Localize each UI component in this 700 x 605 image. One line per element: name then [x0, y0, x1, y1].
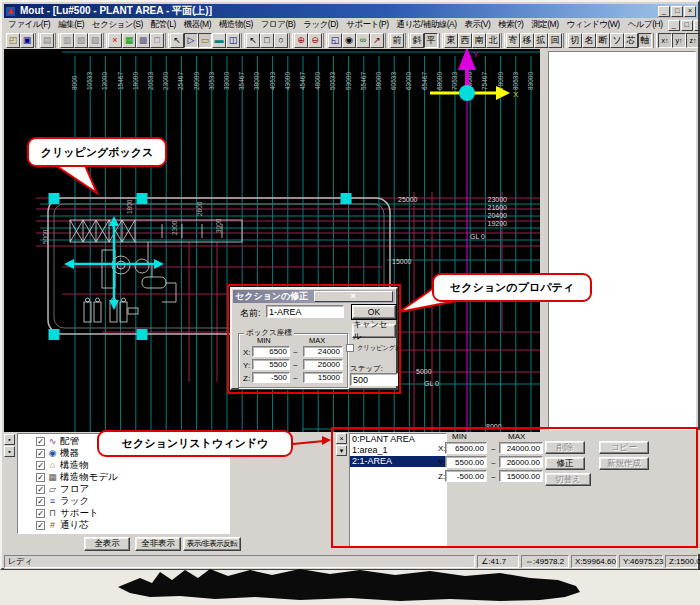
- menu-item[interactable]: 配管(L): [147, 19, 180, 31]
- y-up-button[interactable]: y↑: [672, 33, 686, 48]
- step-field[interactable]: 500: [350, 373, 398, 386]
- menu-item[interactable]: セクション(S): [88, 19, 147, 31]
- mdi-minimize-button[interactable]: _: [668, 20, 680, 31]
- switch-section-button[interactable]: 切替え: [545, 473, 591, 486]
- checkbox-checked[interactable]: ✓: [36, 449, 45, 458]
- tree-item[interactable]: ✓▦構造物モデル: [20, 471, 229, 483]
- menu-item[interactable]: 検索(?): [494, 19, 527, 31]
- rect-select-icon[interactable]: □: [260, 33, 274, 48]
- checkbox-checked[interactable]: ✓: [36, 509, 45, 518]
- eye-icon[interactable]: ◉: [342, 33, 356, 48]
- menu-item[interactable]: ラック(D): [299, 19, 342, 31]
- menu-item[interactable]: サポート(P): [342, 19, 392, 31]
- checkbox-checked[interactable]: ✓: [36, 497, 45, 506]
- section-list-item[interactable]: 2:1-AREA: [350, 456, 446, 467]
- section-z-min-field[interactable]: -500.00: [445, 470, 487, 482]
- kanji-move-button[interactable]: 移: [520, 33, 534, 48]
- z-max-field[interactable]: 15000: [303, 372, 343, 383]
- checkbox-checked[interactable]: ✓: [36, 437, 45, 446]
- checkbox-checked[interactable]: ✓: [36, 485, 45, 494]
- kanji-north-button[interactable]: 北: [486, 33, 500, 48]
- tree-expand-button[interactable]: ▪: [4, 446, 15, 457]
- select-window-icon[interactable]: ◫: [226, 33, 240, 48]
- tree-item[interactable]: ✓#通り芯: [20, 519, 229, 531]
- hide-all-button[interactable]: 全非表示: [135, 537, 181, 551]
- modify-section-button[interactable]: 修正: [545, 457, 585, 470]
- menu-item[interactable]: 表示(V): [461, 19, 495, 31]
- splitter[interactable]: [540, 49, 548, 432]
- x-up-button[interactable]: x↑: [658, 33, 672, 48]
- delete-section-button[interactable]: 削除: [545, 441, 585, 454]
- circle-select-icon[interactable]: ○: [274, 33, 288, 48]
- tree-item[interactable]: ✓≡ラック: [20, 495, 229, 507]
- y-min-field[interactable]: 5500: [252, 359, 290, 370]
- y-max-field[interactable]: 26000: [303, 359, 343, 370]
- section-z-max-field[interactable]: 15000.00: [499, 470, 543, 482]
- dialog-close-button[interactable]: ×: [314, 291, 394, 302]
- mdi-close-button[interactable]: ×: [694, 20, 698, 31]
- new-section-button[interactable]: 新規作成: [599, 457, 649, 470]
- menu-item[interactable]: 構造物(S): [215, 19, 257, 31]
- select-print-icon[interactable]: ▬: [212, 33, 226, 48]
- layer-pause-icon[interactable]: ▧: [74, 33, 88, 48]
- section-y-max-field[interactable]: 26000.00: [499, 456, 543, 468]
- open-file-icon[interactable]: ◰: [6, 33, 20, 48]
- kanji-rotate-button[interactable]: 回: [548, 33, 562, 48]
- window-link-icon[interactable]: ▩: [136, 33, 150, 48]
- view-window-icon[interactable]: ◱: [328, 33, 342, 48]
- paste-icon[interactable]: ▤: [40, 33, 54, 48]
- close-button[interactable]: ×: [684, 6, 696, 17]
- section-collapse-icon[interactable]: ▾: [336, 445, 347, 456]
- kanji-name-button[interactable]: 名: [582, 33, 596, 48]
- kanji-axis-button[interactable]: 軸: [638, 33, 652, 48]
- dialog-title-bar[interactable]: セクションの修正 ×: [233, 290, 395, 303]
- menu-item[interactable]: 測定(M): [527, 19, 562, 31]
- kanji-east-button[interactable]: 東: [444, 33, 458, 48]
- delete-icon[interactable]: ×: [108, 33, 122, 48]
- zoom-out-icon[interactable]: ⊖: [308, 33, 322, 48]
- tree-item[interactable]: ✓⊓サポート: [20, 507, 229, 519]
- tree-item[interactable]: ✓▱フロア: [20, 483, 229, 495]
- clipping-checkbox[interactable]: [346, 344, 354, 352]
- kanji-front-button[interactable]: 前: [390, 33, 404, 48]
- checkbox-checked[interactable]: ✓: [36, 461, 45, 470]
- kanji-west-button[interactable]: 西: [458, 33, 472, 48]
- x-min-field[interactable]: 6500: [252, 346, 290, 357]
- invert-visibility-button[interactable]: 表示/非表示反転: [183, 537, 241, 551]
- section-x-max-field[interactable]: 24000.00: [499, 442, 543, 454]
- save-icon[interactable]: ▣: [20, 33, 34, 48]
- ok-button[interactable]: OK: [352, 305, 396, 319]
- tree-item[interactable]: ✓⌂構造物: [20, 459, 229, 471]
- menu-item[interactable]: ファイル(F): [4, 19, 54, 31]
- kanji-snap-button[interactable]: 寄: [506, 33, 520, 48]
- z-min-field[interactable]: -500: [252, 372, 290, 383]
- kanji-cut-button[interactable]: 切: [568, 33, 582, 48]
- move-cross[interactable]: [64, 216, 164, 310]
- title-bar[interactable]: Mout - [Lu#500 - PLANT AREA - 平面(上)] _ □…: [4, 4, 698, 18]
- menu-item[interactable]: ヘルプ(H): [624, 19, 667, 31]
- kanji-south-button[interactable]: 南: [472, 33, 486, 48]
- checkbox-checked[interactable]: ✓: [36, 521, 45, 530]
- minimize-button[interactable]: _: [658, 6, 670, 17]
- pointer-icon[interactable]: ↖: [246, 33, 260, 48]
- tree-collapse-button[interactable]: ▪: [4, 434, 15, 445]
- link-icon[interactable]: ∞: [356, 33, 370, 48]
- section-list-item[interactable]: 1:area_1: [350, 445, 446, 456]
- menu-item[interactable]: 通り芯/補助線(A): [393, 19, 461, 31]
- kanji-so-button[interactable]: ソ: [610, 33, 624, 48]
- kanji-expand-button[interactable]: 拡: [534, 33, 548, 48]
- menu-item[interactable]: 編集(E): [54, 19, 88, 31]
- kanji-core-button[interactable]: 芯: [624, 33, 638, 48]
- kanji-diagonal-button[interactable]: 斜: [410, 33, 424, 48]
- menu-item[interactable]: ウィンドウ(W): [562, 19, 623, 31]
- section-x-min-field[interactable]: 6500.00: [445, 442, 487, 454]
- kanji-plan-button[interactable]: 平: [424, 33, 438, 48]
- section-y-min-field[interactable]: 5500.00: [445, 456, 487, 468]
- z-up-button[interactable]: z↑: [686, 33, 698, 48]
- checkbox-checked[interactable]: ✓: [36, 473, 45, 482]
- x-max-field[interactable]: 24000: [303, 346, 343, 357]
- section-list-item[interactable]: 0:PLANT AREA: [350, 434, 446, 445]
- pin-icon[interactable]: ↗: [370, 33, 384, 48]
- cancel-button[interactable]: キャンセル: [352, 324, 396, 338]
- menu-item[interactable]: フロア(B): [257, 19, 299, 31]
